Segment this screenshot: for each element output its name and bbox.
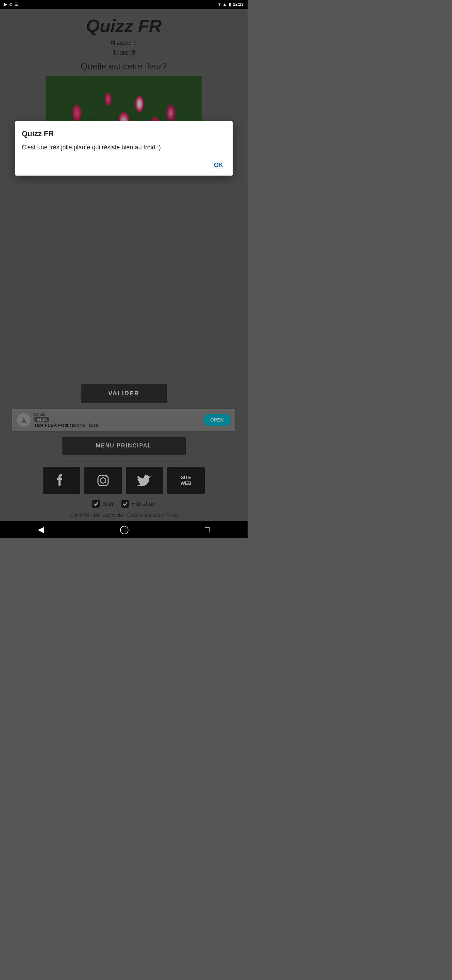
dialog-box: Quizz FR C'est une très jolie plante qui… xyxy=(15,121,233,176)
dialog-actions: OK xyxy=(22,160,226,170)
status-bar: ▶ ⊙ ☰ ▾ ▲ ▮ 12:23 xyxy=(0,0,247,9)
back-icon[interactable]: ◀ xyxy=(38,525,44,534)
wifi-icon: ▾ xyxy=(218,2,220,7)
layers-icon: ☰ xyxy=(14,2,18,7)
battery-icon: ▮ xyxy=(228,2,231,7)
status-icons-right: ▾ ▲ ▮ 12:23 xyxy=(218,2,244,7)
status-icons-left: ▶ ⊙ ☰ xyxy=(4,2,18,7)
app-background: Quizz FR Niveau: 3 Score: 0 Quelle est c… xyxy=(0,9,247,521)
dialog-ok-button[interactable]: OK xyxy=(211,160,226,170)
signal-icon: ▲ xyxy=(222,2,227,7)
dialog-message: C'est une très jolie plante qui résiste … xyxy=(22,143,226,152)
dialog-title: Quizz FR xyxy=(22,129,226,138)
dialog-overlay: Quizz FR C'est une très jolie plante qui… xyxy=(0,9,247,521)
bottom-nav: ◀ ◯ □ xyxy=(0,521,247,538)
shield-icon: ▶ xyxy=(4,2,7,7)
time-display: 12:23 xyxy=(233,2,244,7)
circle-icon: ⊙ xyxy=(9,2,13,7)
home-icon[interactable]: ◯ xyxy=(120,525,129,534)
recents-icon[interactable]: □ xyxy=(205,525,210,534)
